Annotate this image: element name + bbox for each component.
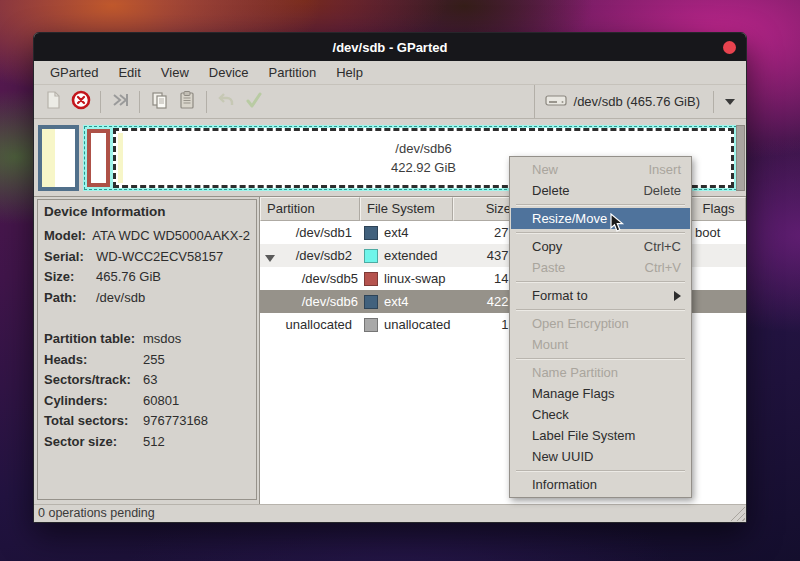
size-cell: 27.: [453, 225, 516, 240]
field-label: Model:: [44, 226, 92, 247]
partition-context-menu: New Insert Delete Delete Resize/Move Cop…: [509, 156, 692, 498]
file-system-cell: linux-swap: [360, 271, 453, 286]
ctx-label: Copy: [532, 239, 562, 254]
partition-block-sdb1[interactable]: [38, 125, 79, 191]
header-size[interactable]: Size: [453, 197, 516, 221]
device-info-title: Device Information: [44, 204, 250, 219]
partition-name: /dev/sdb2: [260, 248, 360, 263]
menu-device[interactable]: Device: [199, 61, 259, 84]
paste-icon: [177, 90, 197, 113]
field-label: Total sectors:: [44, 411, 143, 432]
ctx-label: Paste: [532, 260, 565, 275]
partition-name: /dev/sdb6: [260, 294, 360, 309]
ctx-label: Information: [532, 477, 597, 492]
ctx-label: Name Partition: [532, 365, 618, 380]
ctx-label: Delete: [532, 183, 570, 198]
tree-expander-icon[interactable]: [265, 255, 275, 262]
ctx-new: New Insert: [511, 159, 690, 180]
device-info-row: Sector size: 512: [44, 432, 250, 453]
ctx-format-to[interactable]: Format to: [511, 285, 690, 306]
ctx-manage-flags[interactable]: Manage Flags: [511, 383, 690, 404]
field-value: msdos: [143, 329, 181, 350]
device-info-row: Path: /dev/sdb: [44, 288, 250, 309]
menu-separator: [516, 204, 685, 205]
ctx-new-uuid[interactable]: New UUID: [511, 446, 690, 467]
ctx-check[interactable]: Check: [511, 404, 690, 425]
fs-color-swatch: [364, 318, 378, 332]
ctx-open-encryption: Open Encryption: [511, 313, 690, 334]
menu-view[interactable]: View: [151, 61, 199, 84]
delete-partition-button[interactable]: [67, 88, 95, 116]
new-document-icon: [43, 90, 63, 113]
used-space-indicator: [42, 129, 55, 187]
ctx-delete[interactable]: Delete Delete: [511, 180, 690, 201]
menu-gparted[interactable]: GParted: [40, 61, 108, 84]
diskbar-scrollbar[interactable]: [736, 125, 745, 191]
header-partition[interactable]: Partition: [260, 197, 360, 221]
fs-label: extended: [384, 248, 438, 263]
device-info-row: Total sectors: 976773168: [44, 411, 250, 432]
partition-name-text: /dev/sdb2: [296, 248, 352, 263]
ctx-label: New: [532, 162, 558, 177]
toolbar: /dev/sdb (465.76 GiB): [34, 85, 746, 119]
ctx-label-file-system[interactable]: Label File System: [511, 425, 690, 446]
field-value: ATA WDC WD5000AAKX-2: [92, 226, 250, 247]
disk-drive-icon: [545, 92, 567, 111]
submenu-arrow-icon: [674, 291, 681, 301]
fs-color-swatch: [364, 226, 378, 240]
ctx-mount: Mount: [511, 334, 690, 355]
copy-button[interactable]: [145, 88, 173, 116]
device-selector[interactable]: /dev/sdb (465.76 GiB): [534, 85, 741, 118]
file-system-cell: extended: [360, 248, 453, 263]
pending-operations-text: 0 operations pending: [38, 506, 155, 520]
ctx-resize-move[interactable]: Resize/Move: [511, 208, 690, 229]
file-system-cell: ext4: [360, 225, 453, 240]
field-value: /dev/sdb: [96, 288, 145, 309]
device-info-row: Partition table: msdos: [44, 329, 250, 350]
close-button[interactable]: [723, 41, 736, 54]
ctx-name-partition: Name Partition: [511, 362, 690, 383]
chevron-down-icon: [725, 99, 735, 105]
partition-block-swap[interactable]: [87, 129, 110, 187]
ctx-information[interactable]: Information: [511, 474, 690, 495]
menu-help[interactable]: Help: [326, 61, 373, 84]
menu-separator: [516, 281, 685, 282]
field-label: Path:: [44, 288, 96, 309]
title-bar[interactable]: /dev/sdb - GParted: [34, 33, 746, 61]
menu-partition[interactable]: Partition: [259, 61, 327, 84]
resize-move-icon: [110, 90, 130, 113]
fs-label: ext4: [384, 225, 409, 240]
undo-icon: [216, 90, 236, 113]
ctx-copy[interactable]: Copy Ctrl+C: [511, 236, 690, 257]
resize-grip[interactable]: [730, 506, 745, 521]
menu-bar: GParted Edit View Device Partition Help: [34, 61, 746, 85]
field-label: Partition table:: [44, 329, 143, 350]
device-info-row: Serial: WD-WCC2ECV58157: [44, 247, 250, 268]
field-value: 60801: [143, 391, 179, 412]
ctx-label: Manage Flags: [532, 386, 614, 401]
header-file-system[interactable]: File System: [360, 197, 453, 221]
menu-edit[interactable]: Edit: [108, 61, 150, 84]
used-space-indicator: [118, 133, 123, 183]
fs-label: ext4: [384, 294, 409, 309]
device-selector-label: /dev/sdb (465.76 GiB): [574, 94, 700, 109]
field-value: WD-WCC2ECV58157: [96, 247, 223, 268]
partition-name: /dev/sdb1: [260, 225, 360, 240]
size-cell: 437.: [453, 248, 516, 263]
device-info-row: Heads: 255: [44, 350, 250, 371]
ctx-label: New UUID: [532, 449, 593, 464]
group-gap: [44, 308, 250, 329]
toolbar-separator: [139, 91, 140, 113]
field-label: Sector size:: [44, 432, 143, 453]
mouse-cursor-icon: [610, 213, 628, 236]
apply-button: [240, 88, 268, 116]
file-system-cell: ext4: [360, 294, 453, 309]
device-info-panel: Device Information Model: ATA WDC WD5000…: [34, 197, 259, 506]
field-value: 63: [143, 370, 157, 391]
toolbar-separator: [100, 91, 101, 113]
menu-separator: [516, 358, 685, 359]
ctx-paste: Paste Ctrl+V: [511, 257, 690, 278]
copy-icon: [149, 90, 169, 113]
header-flags[interactable]: Flags: [691, 197, 746, 221]
ctx-label: Mount: [532, 337, 568, 352]
